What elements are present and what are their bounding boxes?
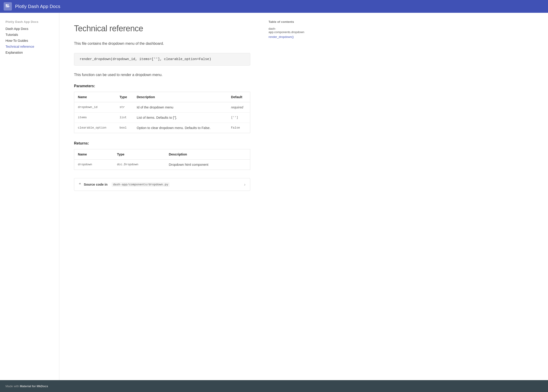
- col-header-description: Description: [133, 92, 227, 102]
- ret-col-header-description: Description: [165, 149, 250, 160]
- param-type: bool: [116, 123, 133, 133]
- toc-item-module[interactable]: dash-app.components.dropdown: [268, 26, 311, 35]
- intro-text: This file contains the dropdown menu of …: [74, 41, 250, 47]
- sidebar-item-dash-app-docs[interactable]: Dash App Docs: [6, 26, 56, 32]
- logo-icon: [4, 2, 12, 11]
- table-row: clearable_option bool Option to clear dr…: [74, 123, 250, 133]
- source-code-box[interactable]: ❝ Source code in dash-app/components/dro…: [74, 178, 250, 191]
- param-description: Option to clear dropdown menu. Defaults …: [133, 123, 227, 133]
- return-description: Dropdown html component: [165, 160, 250, 170]
- footer-link[interactable]: Material for MkDocs: [20, 385, 48, 388]
- param-default: required: [227, 102, 250, 112]
- source-code-path: dash-app/components/dropdown.py: [112, 182, 170, 187]
- ret-col-header-type: Type: [113, 149, 165, 160]
- page-footer: Made with Material for MkDocs: [0, 380, 548, 392]
- param-default: False: [227, 123, 250, 133]
- param-description: Id of the dropdown menu: [133, 102, 227, 112]
- table-row: dropdown_id str Id of the dropdown menu …: [74, 102, 250, 112]
- quote-icon: ❝: [79, 182, 81, 187]
- svg-rect-4: [9, 6, 10, 7]
- sidebar-item-how-to-guides[interactable]: How-To Guides: [6, 38, 56, 44]
- svg-rect-0: [6, 4, 7, 6]
- table-row: items list List of items. Defaults to ['…: [74, 112, 250, 123]
- chevron-right-icon: ›: [244, 182, 246, 187]
- svg-rect-2: [6, 6, 7, 7]
- parameters-label: Parameters:: [74, 84, 250, 88]
- sidebar: Plotly Dash App Docs Dash App Docs Tutor…: [0, 13, 59, 380]
- sidebar-section-title: Plotly Dash App Docs: [6, 20, 56, 23]
- main-content: Technical reference This file contains t…: [59, 13, 265, 380]
- col-header-default: Default: [227, 92, 250, 102]
- param-type: list: [116, 112, 133, 123]
- ret-col-header-name: Name: [74, 149, 113, 160]
- sidebar-item-technical-reference[interactable]: Technical reference: [6, 44, 56, 49]
- page-title: Technical reference: [74, 24, 250, 33]
- svg-rect-1: [7, 4, 9, 6]
- param-name: items: [74, 112, 116, 123]
- param-name: dropdown_id: [74, 102, 116, 112]
- table-row: dropdown dcc.Dropdown Dropdown html comp…: [74, 160, 250, 170]
- sidebar-item-explanation[interactable]: Explanation: [6, 49, 56, 56]
- param-description: List of items. Defaults to [''].: [133, 112, 227, 123]
- param-type: str: [116, 102, 133, 112]
- app-title: Plotly Dash App Docs: [15, 4, 60, 9]
- footer-text: Made with Material for MkDocs: [6, 385, 48, 388]
- toc-item-function[interactable]: render_dropdown(): [268, 35, 311, 39]
- returns-label: Returns:: [74, 141, 250, 145]
- return-type: dcc.Dropdown: [113, 160, 165, 170]
- col-header-name: Name: [74, 92, 116, 102]
- sidebar-item-tutorials[interactable]: Tutorials: [6, 32, 56, 38]
- table-of-contents: Table of contents dash-app.components.dr…: [265, 13, 315, 380]
- function-description: This function can be used to render a dr…: [74, 72, 250, 78]
- param-default: ['']: [227, 112, 250, 123]
- return-name: dropdown: [74, 160, 113, 170]
- returns-table: Name Type Description dropdown dcc.Dropd…: [74, 149, 250, 170]
- svg-rect-3: [7, 6, 9, 7]
- source-code-label: Source code in: [84, 183, 107, 186]
- top-header: Plotly Dash App Docs: [0, 0, 548, 13]
- param-name: clearable_option: [74, 123, 116, 133]
- source-code-left: ❝ Source code in dash-app/components/dro…: [79, 182, 170, 187]
- col-header-type: Type: [116, 92, 133, 102]
- parameters-table: Name Type Description Default dropdown_i…: [74, 92, 250, 133]
- function-signature: render_dropdown(dropdown_id, items=[''],…: [74, 53, 250, 65]
- toc-title: Table of contents: [268, 20, 311, 23]
